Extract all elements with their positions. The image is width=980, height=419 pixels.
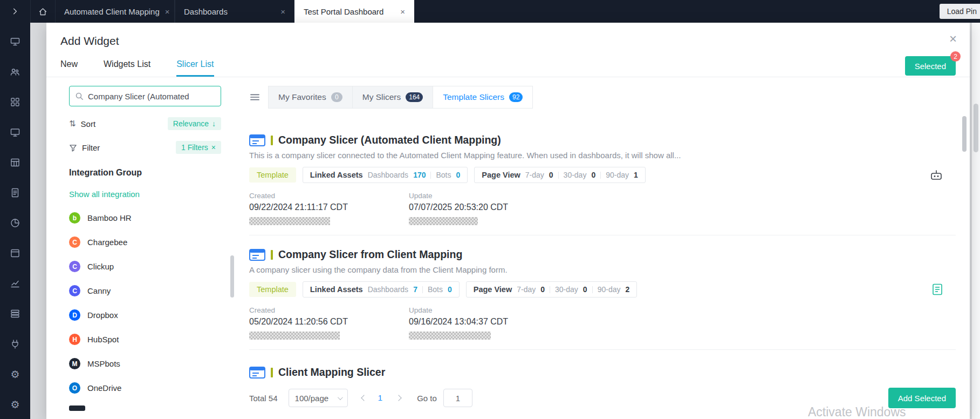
- slicer-cards: Company Slicer (Automated Client Mapping…: [249, 121, 956, 388]
- modal-close-icon[interactable]: ×: [949, 32, 957, 45]
- pie-chart-icon[interactable]: [9, 217, 21, 229]
- slicer-description: This is a company slicer connected to th…: [249, 151, 952, 160]
- integration-item-hubspot[interactable]: H HubSpot: [69, 334, 238, 345]
- tab-my-slicers[interactable]: My Slicers 164: [353, 86, 434, 109]
- integration-label: Chargebee: [87, 238, 127, 247]
- template-badge: Template: [249, 282, 296, 297]
- search-icon: [75, 92, 84, 100]
- integration-label: Bamboo HR: [87, 213, 132, 222]
- search-box: [69, 86, 221, 106]
- integration-item-bamboo-hr[interactable]: b Bamboo HR: [69, 212, 238, 224]
- nav-tab-automated-client-mapping[interactable]: Automated Client Mapping ×: [55, 0, 175, 23]
- tab-new[interactable]: New: [60, 59, 78, 77]
- show-all-integration-link[interactable]: Show all integration: [69, 190, 140, 199]
- integration-label: OneDrive: [87, 383, 121, 393]
- modal-tabs: New Widgets List Slicer List: [60, 59, 956, 77]
- integration-item-canny[interactable]: C Canny: [69, 285, 238, 296]
- template-badge: Template: [249, 167, 296, 183]
- nav-tab-label: Automated Client Mapping: [64, 7, 160, 16]
- 90day-count: 2: [625, 285, 629, 294]
- page-size-select[interactable]: 100/page: [289, 389, 348, 407]
- page-scrollbar-thumb[interactable]: [974, 104, 978, 152]
- close-tab-icon[interactable]: ×: [280, 7, 285, 16]
- slicer-card[interactable]: Company Slicer (Automated Client Mapping…: [249, 121, 956, 235]
- sidebar-expand-button[interactable]: [0, 0, 30, 23]
- tab-my-favorites[interactable]: My Favorites 0: [268, 86, 353, 109]
- billboard-icon[interactable]: [9, 36, 21, 48]
- team-icon[interactable]: [9, 66, 21, 78]
- goto-label: Go to: [417, 394, 437, 403]
- 7day-label: 7-day: [525, 171, 544, 179]
- updated-value: 07/07/2025 20:53:20 CDT: [409, 202, 568, 212]
- page-scrollbar[interactable]: [972, 23, 980, 419]
- settings-gear-icon[interactable]: ⚙: [9, 368, 21, 380]
- gear-icon[interactable]: ⚙: [9, 398, 21, 410]
- search-input[interactable]: [88, 92, 215, 101]
- tab-slicer-list[interactable]: Slicer List: [176, 59, 214, 77]
- add-widget-modal: Add Widget × New Widgets List Slicer Lis…: [46, 23, 970, 419]
- linked-assets-pill: Linked Assets Dashboards 7 Bots 0: [303, 281, 460, 298]
- created-label: Created: [249, 306, 409, 314]
- rows-icon[interactable]: [9, 308, 21, 320]
- pagination-bar: Total 54 100/page 1 Go to Add Selected: [238, 382, 970, 417]
- plug-icon[interactable]: [9, 338, 21, 350]
- goto-page-input[interactable]: [443, 389, 472, 407]
- prev-page-button[interactable]: [362, 396, 366, 400]
- integration-group-heading: Integration Group: [69, 168, 238, 178]
- current-page[interactable]: 1: [378, 393, 383, 403]
- list-menu-icon[interactable]: [249, 86, 268, 109]
- sort-value-badge[interactable]: Relevance ↓: [168, 117, 221, 130]
- slicer-icon: [249, 367, 265, 379]
- dashboards-count: 7: [413, 285, 417, 294]
- integration-label: Dropbox: [87, 310, 118, 320]
- tab-label: My Slicers: [362, 92, 401, 102]
- slicer-card[interactable]: Company Slicer from Client Mapping A com…: [249, 235, 956, 350]
- total-count: Total 54: [249, 394, 278, 403]
- line-chart-icon[interactable]: [9, 278, 21, 289]
- integration-item-mspbots[interactable]: M MSPbots: [69, 358, 238, 369]
- selected-button[interactable]: Selected 2: [905, 56, 956, 76]
- linked-assets-label: Linked Assets: [310, 285, 363, 294]
- apps-grid-icon[interactable]: [9, 96, 21, 108]
- linked-assets-pill: Linked Assets Dashboards 170 Bots 0: [303, 167, 468, 183]
- filter-panel-scrollbar[interactable]: [230, 255, 234, 298]
- integration-item-dropbox[interactable]: D Dropbox: [69, 309, 238, 321]
- filter-value-badge[interactable]: 1 Filters ×: [176, 141, 221, 154]
- close-tab-icon[interactable]: ×: [165, 7, 170, 16]
- document-icon[interactable]: [9, 187, 21, 199]
- slicer-title: Company Slicer from Client Mapping: [278, 248, 462, 261]
- slicer-list-panel: My Favorites 0 My Slicers 164 Template S…: [238, 77, 970, 417]
- add-selected-button[interactable]: Add Selected: [888, 388, 956, 408]
- home-button[interactable]: [30, 0, 55, 23]
- integration-list: b Bamboo HR C Chargebee C Clickup C Cann…: [69, 212, 238, 394]
- close-tab-icon[interactable]: ×: [400, 7, 405, 16]
- table-icon[interactable]: [9, 157, 21, 168]
- dropbox-icon: D: [69, 309, 80, 321]
- integration-item-clickup[interactable]: C Clickup: [69, 261, 238, 272]
- filter-value: 1 Filters: [181, 143, 208, 152]
- nav-tab-dashboards[interactable]: Dashboards ×: [175, 0, 294, 23]
- updated-value: 09/16/2024 13:04:37 CDT: [409, 317, 568, 327]
- list-scrollbar-thumb[interactable]: [962, 116, 967, 152]
- 90day-count: 1: [634, 171, 638, 179]
- tab-widgets-list[interactable]: Widgets List: [104, 59, 150, 77]
- nav-tab-test-portal-dashboard[interactable]: Test Portal Dashboard ×: [294, 0, 414, 23]
- tab-label: Template Slicers: [443, 92, 504, 102]
- nav-tabs: Automated Client Mapping × Dashboards × …: [55, 0, 414, 23]
- modal-header: Add Widget × New Widgets List Slicer Lis…: [46, 23, 970, 77]
- next-page-button[interactable]: [396, 396, 401, 400]
- load-pin-button[interactable]: Load Pin: [940, 4, 980, 19]
- modal-body: ⇅ Sort Relevance ↓ Filter 1 Filters ×: [46, 77, 970, 417]
- modal-title: Add Widget: [60, 35, 956, 48]
- tab-template-slicers[interactable]: Template Slicers 92: [433, 86, 533, 109]
- hubspot-icon: H: [69, 334, 80, 345]
- monitor-icon[interactable]: [9, 126, 21, 138]
- integration-item-chargebee[interactable]: C Chargebee: [69, 236, 238, 248]
- home-icon: [38, 7, 47, 16]
- window-icon[interactable]: [9, 247, 21, 259]
- integration-item-onedrive[interactable]: O OneDrive: [69, 382, 238, 394]
- filter-row: Filter 1 Filters ×: [69, 141, 221, 154]
- clear-filter-icon[interactable]: ×: [211, 143, 216, 152]
- update-label: Update: [409, 192, 568, 200]
- page-view-label: Page View: [482, 171, 520, 179]
